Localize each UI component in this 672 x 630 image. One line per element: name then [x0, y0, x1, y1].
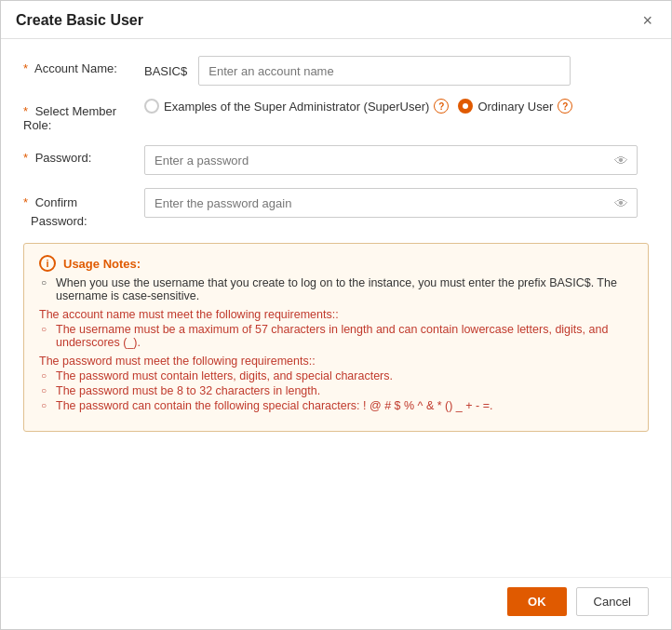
confirm-eye-icon[interactable]: 👁: [614, 195, 628, 211]
confirm-content: 👁: [144, 188, 649, 218]
ok-button[interactable]: OK: [507, 587, 567, 616]
password-req-item2: The password must be 8 to 32 characters …: [56, 384, 633, 397]
select-member-required-star: *: [23, 104, 28, 118]
usage-note-list: When you use the username that you creat…: [56, 276, 633, 302]
close-button[interactable]: ×: [638, 10, 656, 31]
account-name-input[interactable]: [198, 56, 571, 86]
account-prefix: BASIC$: [144, 64, 187, 78]
info-icon: i: [39, 255, 56, 272]
account-name-row: * Account Name: BASIC$: [23, 56, 649, 86]
confirm-password-input[interactable]: [144, 188, 638, 218]
dialog-body: * Account Name: BASIC$ * Select Member R…: [1, 39, 671, 577]
password-required-star: *: [23, 151, 28, 165]
confirm-password-row: * Confirm Password: 👁: [23, 188, 649, 230]
radio-ordinary-circle: [458, 99, 473, 114]
password-content: 👁: [144, 145, 649, 175]
password-req-item3: The password can contain the following s…: [56, 399, 633, 412]
radio-ordinary-label: Ordinary User: [477, 100, 553, 114]
radio-super-circle: [144, 99, 159, 114]
password-req-item1: The password must contain letters, digit…: [56, 369, 633, 382]
usage-note-item1: When you use the username that you creat…: [56, 276, 633, 302]
dialog-title: Create Basic User: [16, 12, 143, 29]
dialog-footer: OK Cancel: [1, 577, 671, 629]
usage-note-section: When you use the username that you creat…: [39, 276, 633, 302]
password-req-header: The password must meet the following req…: [39, 355, 633, 368]
member-role-content: Examples of the Super Administrator (Sup…: [144, 99, 649, 114]
confirm-required-star: *: [23, 195, 28, 209]
account-req-section: The account name must meet the following…: [39, 308, 633, 349]
password-req-section: The password must meet the following req…: [39, 355, 633, 412]
password-input-wrap: 👁: [144, 145, 638, 175]
account-name-required-star: *: [23, 61, 28, 75]
radio-ordinary-user[interactable]: Ordinary User ?: [458, 99, 572, 114]
account-name-label: * Account Name:: [23, 56, 144, 75]
create-basic-user-dialog: Create Basic User × * Account Name: BASI…: [0, 0, 672, 630]
password-row: * Password: 👁: [23, 145, 649, 175]
confirm-password-label: * Confirm Password:: [23, 188, 144, 230]
password-input[interactable]: [144, 145, 638, 175]
password-eye-icon[interactable]: 👁: [614, 153, 628, 168]
usage-notes-header: i Usage Notes:: [39, 255, 633, 272]
confirm-input-wrap: 👁: [144, 188, 638, 218]
ordinary-help-icon[interactable]: ?: [558, 99, 572, 114]
select-member-row: * Select Member Role: Examples of the Su…: [23, 99, 649, 132]
super-help-icon[interactable]: ?: [434, 99, 449, 114]
password-req-list: The password must contain letters, digit…: [56, 369, 633, 412]
radio-super-admin[interactable]: Examples of the Super Administrator (Sup…: [144, 99, 449, 114]
select-member-label: * Select Member Role:: [23, 99, 144, 132]
password-label: * Password:: [23, 145, 144, 165]
account-req-list: The username must be a maximum of 57 cha…: [56, 323, 633, 349]
account-req-header: The account name must meet the following…: [39, 308, 633, 321]
radio-group: Examples of the Super Administrator (Sup…: [144, 99, 572, 114]
dialog-header: Create Basic User ×: [1, 1, 671, 39]
account-req-item1: The username must be a maximum of 57 cha…: [56, 323, 633, 349]
account-name-content: BASIC$: [144, 56, 649, 86]
usage-notes-box: i Usage Notes: When you use the username…: [23, 243, 649, 432]
radio-super-label: Examples of the Super Administrator (Sup…: [164, 100, 429, 114]
cancel-button[interactable]: Cancel: [576, 587, 649, 616]
